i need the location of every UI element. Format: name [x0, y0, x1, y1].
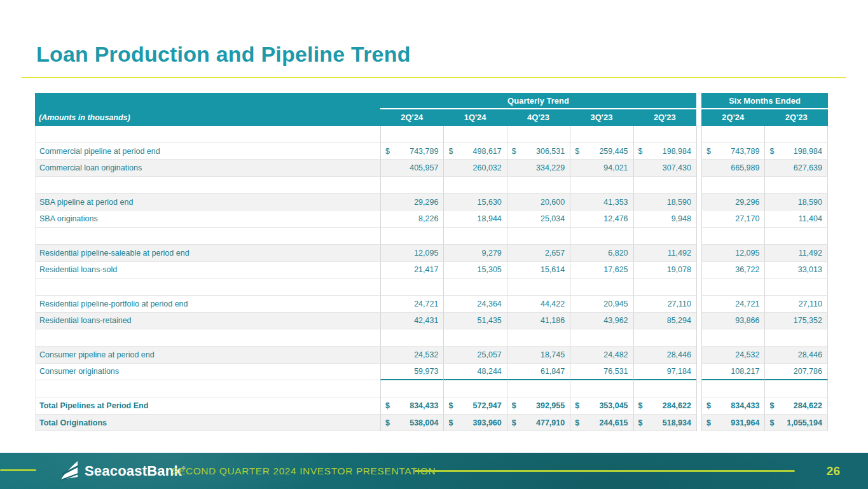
cell-value: 743,789: [731, 147, 759, 156]
row-label: Residential pipeline-portfolio at period…: [35, 296, 380, 313]
cell-value: 9,948: [672, 214, 691, 223]
value-cell: 9,279: [443, 245, 506, 262]
dollar-sign: $: [706, 418, 712, 427]
value-cell: 307,430: [633, 160, 696, 177]
cell-value: 24,721: [735, 300, 759, 308]
table-spacer-row: [35, 126, 828, 143]
row-label: [35, 177, 380, 194]
cell-value: 19,078: [667, 265, 691, 274]
column-gap: [696, 160, 701, 177]
value-cell: [570, 126, 633, 143]
value-cell: [507, 329, 570, 347]
cell-value: 42,431: [414, 316, 438, 325]
value-cell: $198,984: [764, 143, 828, 160]
row-label: Total Pipelines at Period End: [35, 397, 380, 415]
amounts-note: (Amounts in thousands): [35, 93, 380, 126]
value-cell: 24,482: [570, 347, 633, 364]
value-cell: 94,021: [570, 160, 633, 177]
row-label: Residential loans-retained: [35, 313, 380, 330]
cell-value: 572,947: [473, 401, 502, 410]
value-cell: 207,786: [764, 364, 828, 381]
value-cell: [443, 126, 506, 143]
value-cell: 33,013: [764, 262, 828, 279]
header-gap: [696, 93, 701, 126]
table-body: Commercial pipeline at period end$743,78…: [35, 126, 828, 431]
cell-value: 20,600: [541, 198, 565, 207]
value-cell: 25,057: [443, 347, 506, 364]
loan-production-table: (Amounts in thousands) Quarterly Trend 2…: [35, 93, 828, 431]
value-cell: 15,630: [443, 194, 506, 211]
cell-value: 15,305: [478, 265, 502, 274]
table-row: SBA originations8,22618,94425,03412,4769…: [35, 210, 828, 228]
cell-value: 18,944: [478, 214, 502, 223]
cell-value: 284,622: [663, 401, 691, 410]
column-gap: [696, 262, 701, 279]
row-label: Consumer pipeline at period end: [35, 347, 380, 364]
dollar-sign: $: [769, 401, 775, 410]
value-cell: $834,433: [701, 397, 765, 415]
value-cell: [380, 279, 443, 296]
cell-value: 12,095: [735, 249, 759, 258]
value-cell: $393,960: [443, 415, 506, 432]
value-cell: [507, 228, 570, 245]
value-cell: $518,934: [633, 415, 696, 432]
value-cell: [764, 126, 828, 143]
value-cell: [633, 380, 696, 397]
value-cell: [380, 380, 443, 397]
column-gap: [696, 313, 701, 330]
value-cell: 61,847: [507, 364, 570, 381]
table-row: Consumer originations59,97348,24461,8477…: [35, 364, 828, 381]
column-gap: [696, 228, 701, 245]
dollar-sign: $: [512, 401, 517, 410]
seacoast-logo: SeacoastBank®: [60, 453, 186, 489]
value-cell: $259,445: [570, 143, 633, 160]
table-row: Residential pipeline-saleable at period …: [35, 245, 828, 262]
row-label: [35, 279, 380, 296]
column-gap: [696, 296, 701, 313]
value-cell: $931,964: [701, 415, 765, 432]
value-cell: 18,590: [764, 194, 828, 211]
value-cell: [764, 329, 828, 347]
value-cell: [701, 279, 765, 296]
cell-value: 18,745: [541, 350, 565, 359]
cell-value: 17,625: [603, 265, 628, 274]
column-gap: [696, 194, 701, 211]
value-cell: [443, 177, 506, 194]
cell-value: 743,789: [410, 147, 438, 156]
value-cell: $284,622: [764, 397, 828, 415]
value-cell: 18,745: [507, 347, 570, 364]
quarterly-trend-header: Quarterly Trend: [380, 93, 696, 109]
cell-value: 307,430: [663, 163, 691, 172]
cell-value: 198,984: [663, 147, 691, 156]
row-label: Consumer originations: [35, 364, 380, 381]
value-cell: 11,492: [764, 245, 828, 262]
cell-value: 21,417: [414, 265, 438, 274]
value-cell: $834,433: [380, 397, 443, 415]
column-gap: [696, 364, 701, 381]
footer-accent-line-right: [415, 470, 795, 472]
value-cell: 51,435: [443, 313, 506, 330]
value-cell: 20,600: [507, 194, 570, 211]
footer-bar: SeacoastBank® SECOND QUARTER 2024 INVEST…: [0, 453, 868, 489]
cell-value: 29,296: [414, 198, 438, 207]
column-gap: [696, 415, 701, 432]
row-label: Commercial loan originations: [35, 160, 380, 177]
cell-value: 11,404: [799, 214, 822, 223]
value-cell: 24,532: [380, 347, 443, 364]
dollar-sign: $: [385, 401, 390, 410]
cell-value: 392,955: [536, 401, 565, 410]
value-cell: [701, 380, 765, 397]
value-cell: $743,789: [380, 143, 443, 160]
value-cell: $1,055,194: [764, 415, 828, 432]
value-cell: 27,170: [701, 210, 765, 228]
value-cell: 108,217: [701, 364, 765, 381]
column-gap: [696, 347, 701, 364]
dollar-sign: $: [512, 147, 517, 156]
dollar-sign: $: [448, 418, 453, 427]
table-row: Consumer pipeline at period end24,53225,…: [35, 347, 828, 364]
value-cell: 27,110: [633, 296, 696, 313]
value-cell: 28,446: [633, 347, 696, 364]
cell-value: 41,186: [541, 316, 565, 325]
dollar-sign: $: [638, 401, 644, 410]
cell-value: 6,820: [608, 249, 628, 258]
